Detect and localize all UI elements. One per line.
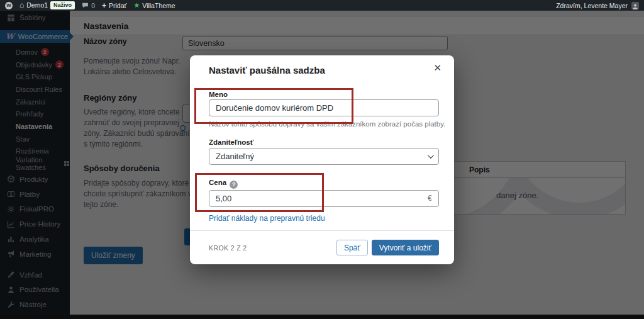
site-name: Demo1: [26, 1, 48, 9]
villatheme-label: VillaTheme: [142, 2, 175, 9]
cost-label-text: Cena: [209, 179, 226, 186]
currency-symbol: €: [428, 194, 432, 203]
avatar[interactable]: [631, 2, 639, 9]
cost-label: Cena?: [209, 179, 238, 189]
screen: W ⌂ Demo1 Naživo 0 + Pridať ★ VillaTheme…: [0, 0, 644, 319]
name-help-text: Názov tohto spôsobu dopravy sa vašim zák…: [209, 120, 445, 128]
tax-status-label: Zdaniteľnosť: [209, 138, 253, 146]
new-content-label: Pridať: [109, 2, 126, 9]
account-greeting[interactable]: Zdravím, Levente Mayer: [556, 2, 628, 9]
home-icon: ⌂: [19, 1, 24, 9]
site-link[interactable]: ⌂ Demo1 Naživo: [19, 1, 75, 9]
name-label: Meno: [209, 91, 228, 98]
step-indicator: KROK 2 Z 2: [209, 244, 247, 252]
bottom-strip: [0, 315, 644, 319]
flat-rate-modal: Nastaviť paušálna sadzba ✕ Meno Názov to…: [190, 55, 454, 264]
comments-link[interactable]: 0: [82, 2, 95, 9]
comments-icon: [82, 2, 89, 9]
close-icon[interactable]: ✕: [433, 63, 441, 72]
cost-input[interactable]: [209, 190, 439, 207]
add-shipping-class-costs-link[interactable]: Pridať náklady na prepravnú triedu: [209, 214, 325, 223]
admin-bar: W ⌂ Demo1 Naživo 0 + Pridať ★ VillaTheme…: [0, 0, 644, 11]
plus-icon: +: [102, 1, 106, 10]
new-content-link[interactable]: + Pridať: [102, 1, 126, 10]
method-name-input[interactable]: [209, 99, 439, 116]
back-button[interactable]: Späť: [336, 240, 368, 255]
villatheme-link[interactable]: ★ VillaTheme: [133, 2, 175, 9]
comments-count: 0: [91, 2, 95, 9]
chevron-down-icon: [428, 152, 434, 159]
modal-title: Nastaviť paušálna sadzba: [209, 65, 325, 76]
wordpress-menu[interactable]: W: [5, 2, 13, 9]
tax-status-value: Zdaniteľný: [216, 152, 254, 161]
wordpress-logo-icon: W: [5, 2, 13, 9]
help-icon[interactable]: ?: [230, 181, 238, 189]
create-and-save-button[interactable]: Vytvoriť a uložiť: [372, 240, 439, 255]
modal-footer: KROK 2 Z 2 Späť Vytvoriť a uložiť: [190, 230, 454, 264]
environment-badge: Naživo: [50, 1, 75, 9]
tax-status-select[interactable]: Zdaniteľný: [209, 148, 439, 165]
star-icon: ★: [133, 2, 140, 9]
